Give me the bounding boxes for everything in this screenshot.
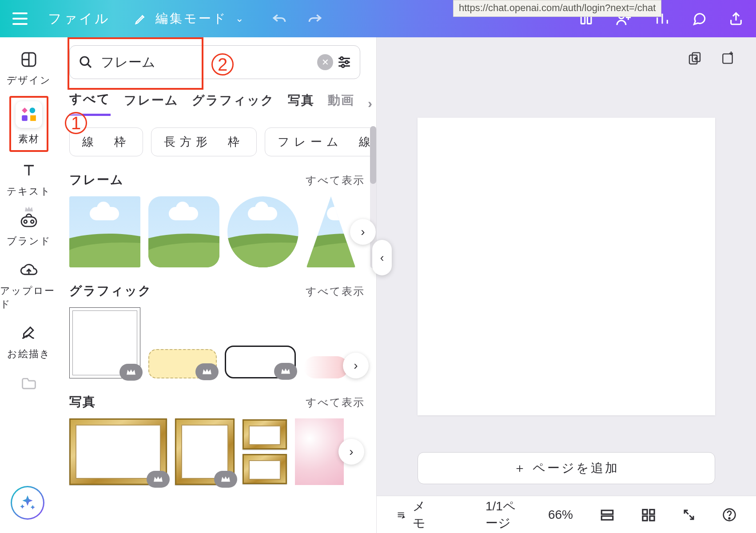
show-all-photos[interactable]: すべて表示 [306,395,365,410]
premium-badge [274,363,297,380]
chevron-down-icon: ⌄ [235,13,245,24]
rail-brand[interactable]: ブランド [7,211,51,248]
share-icon[interactable] [728,11,744,26]
search-input[interactable] [101,55,317,70]
add-page-button[interactable]: ＋ ページを追加 [418,452,715,484]
crown-icon [24,206,33,212]
frame-rounded[interactable] [148,196,219,267]
tabs-more[interactable]: › [368,96,372,111]
canvas-area: ＋ ページを追加 [377,37,756,496]
zoom-level[interactable]: 66% [548,508,573,522]
svg-point-10 [340,57,343,60]
photo-item-3a[interactable] [243,419,287,449]
category-tabs: すべて フレーム グラフィック 写真 動画 › [69,91,365,116]
premium-badge [119,364,143,381]
svg-point-8 [31,220,34,223]
text-icon [20,162,37,179]
graphic-item-4[interactable] [304,356,348,378]
svg-rect-16 [601,510,613,514]
search-icon [79,55,93,69]
elements-panel: ✕ 2 1 すべて フレーム グラフィック 写真 動画 › 線 枠 長方形 枠 … [58,37,377,533]
undo-button[interactable] [272,12,287,25]
add-page-icon[interactable] [720,52,735,66]
notes-icon [396,509,406,521]
sliders-icon [337,55,352,70]
brand-icon [20,213,38,228]
photo-item-2[interactable] [175,418,235,485]
section-frames: フレーム すべて表示 › [69,171,365,267]
left-rail: デザイン 素材 テキスト ブランド アップロード [0,37,58,533]
chip-rect-frame[interactable]: 長方形 枠 [151,127,257,156]
annotation-2: 2 [211,53,234,76]
svg-rect-18 [643,509,647,514]
canvas-page[interactable] [418,118,715,415]
rail-elements[interactable]: 素材 [9,96,48,152]
photos-next[interactable]: › [338,439,364,465]
annotation-1: 1 [65,112,87,134]
section-title-photos: 写真 [69,394,96,410]
menu-button[interactable] [12,12,28,25]
list-view-icon [600,508,615,521]
svg-point-7 [24,220,27,223]
svg-point-9 [80,57,89,65]
view-grid-button[interactable] [641,508,656,521]
svg-rect-1 [587,16,591,24]
frame-square[interactable] [69,196,140,267]
frame-triangle[interactable] [306,196,355,267]
file-menu[interactable]: ファイル [48,10,110,28]
comment-icon[interactable] [691,11,707,26]
bottombar: メモ 1/1ページ 66% [377,496,756,533]
tab-video[interactable]: 動画 [328,92,354,115]
tab-frame[interactable]: フレーム [124,92,179,115]
svg-rect-19 [650,509,654,514]
topbar: ファイル 編集モード ⌄ https://chat.openai.com/aut… [0,0,756,37]
svg-rect-15 [723,54,732,63]
fullscreen-button[interactable] [682,508,696,521]
show-all-graphics[interactable]: すべて表示 [306,284,365,298]
view-list-button[interactable] [600,508,615,521]
tab-photo[interactable]: 写真 [288,92,314,115]
graphics-next[interactable]: › [343,353,369,378]
tab-graphic[interactable]: グラフィック [192,92,275,115]
show-all-frames[interactable]: すべて表示 [306,173,365,187]
rail-design[interactable]: デザイン [7,50,51,87]
help-icon [722,508,736,522]
section-title-frames: フレーム [69,171,124,188]
frames-next[interactable]: › [350,219,376,245]
rail-draw[interactable]: お絵描き [7,323,51,361]
sparkle-icon [19,494,36,512]
svg-point-4 [30,107,36,113]
collapse-panel-button[interactable]: ‹ [372,240,392,275]
chip-frame-line[interactable]: フレーム 線 [265,127,377,156]
rail-text[interactable]: テキスト [7,161,51,198]
help-button[interactable] [722,508,736,522]
section-graphics: グラフィック すべて表示 › [69,282,365,378]
suggestion-chips: 線 枠 長方形 枠 フレーム 線 › [69,127,365,156]
graphic-item-2[interactable] [148,349,217,378]
notes-button[interactable]: メモ [396,498,432,532]
svg-point-12 [342,64,344,67]
rail-apps[interactable] [16,373,42,393]
magic-button[interactable] [11,486,44,520]
clear-search-button[interactable]: ✕ [317,54,333,70]
duplicate-page-icon[interactable] [688,52,702,66]
section-title-graphics: グラフィック [69,282,152,299]
frame-circle[interactable] [227,196,298,267]
photo-item-4[interactable] [295,418,344,485]
graphic-item-3[interactable] [225,346,296,378]
svg-rect-20 [643,516,647,520]
svg-point-23 [729,517,730,519]
expand-icon [682,508,696,521]
graphic-item-1[interactable] [69,307,140,378]
photo-item-3b[interactable] [243,454,287,484]
page-indicator[interactable]: 1/1ページ [485,498,521,532]
filter-button[interactable] [337,55,352,70]
redo-button[interactable] [307,12,322,25]
edit-mode-dropdown[interactable]: 編集モード ⌄ [134,10,245,27]
photo-item-1[interactable] [69,418,167,485]
rail-upload[interactable]: アップロード [0,260,58,311]
cloud-upload-icon [20,263,38,278]
premium-badge [195,363,219,380]
section-photos: 写真 すべて表示 › [69,394,365,485]
premium-badge [147,471,170,488]
